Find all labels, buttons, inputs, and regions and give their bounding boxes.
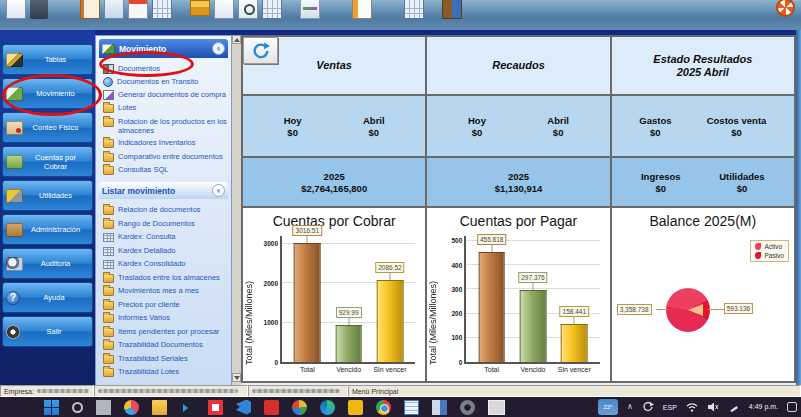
clock[interactable]: 4:49 p.m. (749, 403, 778, 411)
panel-title-text: Ventas (316, 59, 352, 72)
menu-item-kardex-detallado[interactable]: Kardex Detallado (103, 245, 228, 256)
edge-browser-icon[interactable] (320, 400, 335, 415)
sync-arrow-icon[interactable] (642, 401, 654, 413)
menu-item-informes-varios[interactable]: Informes Varios (103, 312, 228, 323)
sidebar-item-label: Auditoria (23, 259, 92, 268)
legend-item-activo: Activo (755, 243, 784, 250)
menu-item-kardex-consolidado[interactable]: Kardex Consolidado (103, 258, 228, 269)
mail-tray-icon[interactable] (190, 0, 210, 16)
kpi-value: $0 (553, 127, 564, 138)
gray-box-app-icon[interactable] (488, 400, 505, 415)
grid-icon[interactable] (404, 0, 424, 19)
menu-section-title: Movimiento (119, 44, 166, 54)
menu-item-consultas-sql[interactable]: Consultas SQL (103, 164, 228, 175)
menu-item-indicadores-inventarios[interactable]: Indicadores Inventarios (103, 137, 228, 148)
menu-item-comparativo-documentos[interactable]: Comparativo entre documentos (103, 151, 228, 162)
menu-item-movimientos-mes[interactable]: Movimientos mes a mes (103, 285, 228, 296)
notification-icon[interactable] (787, 402, 797, 412)
menu-item-lotes[interactable]: Lotes (103, 102, 228, 113)
menu-item-trazabilidad-documentos[interactable]: Trazabilidad Documentos (103, 339, 228, 350)
sidebar-item-tablas[interactable]: Tablas (2, 44, 93, 75)
volume-icon[interactable] (707, 401, 719, 413)
menu-item-rango-documentos[interactable]: Rango de Documentos (103, 218, 228, 229)
task-view-icon[interactable] (96, 400, 111, 415)
data-table-icon[interactable] (262, 0, 282, 19)
kpi-pair: Utilidades$0 (719, 171, 764, 194)
y-tick-label: 200 (451, 310, 462, 317)
store-app-icon[interactable] (208, 400, 223, 415)
menu-scrollbar[interactable] (232, 35, 241, 385)
menu-item-documentos[interactable]: Documentos (103, 63, 228, 74)
spreadsheet-icon[interactable] (152, 0, 172, 19)
menu-item-rotacion-productos[interactable]: Rotacion de los productos en los almacen… (103, 116, 228, 135)
weather-widget[interactable]: 22° (598, 399, 618, 415)
sidebar-item-auditoria[interactable]: Auditoria (2, 248, 93, 279)
vscode-icon[interactable] (236, 400, 251, 415)
bar-vencido (520, 290, 547, 362)
menu-item-label: Trazabilidad Seriales (118, 353, 188, 363)
sidebar-item-salir[interactable]: Salir (2, 316, 93, 347)
menu-item-label: Trazabilidad Lotes (118, 366, 179, 376)
sidebar-item-conteo-fisico[interactable]: Conteo Fisico (2, 112, 93, 143)
notebook-icon[interactable] (352, 0, 372, 19)
panel-title-text: Estado Resultados (653, 53, 752, 66)
menu-item-label: Kardex Detallado (118, 245, 176, 255)
menu-item-items-pendientes[interactable]: Items pendientes por procesar (103, 326, 228, 337)
notepad-app-icon[interactable] (404, 400, 419, 415)
office-app-icon[interactable] (292, 400, 307, 415)
red-app-icon[interactable] (264, 400, 279, 415)
file-explorer-icon[interactable] (152, 400, 167, 415)
help-lifebuoy-icon[interactable] (776, 0, 795, 17)
menu-item-trazabilidad-lotes[interactable]: Trazabilidad Lotes (103, 366, 228, 377)
start-button[interactable] (44, 400, 59, 415)
tray-expand-chevron[interactable]: ∧ (627, 403, 633, 411)
window-app-icon[interactable] (432, 400, 447, 415)
scroll-down-button[interactable] (232, 373, 241, 382)
menu-section-movimiento-header[interactable]: Movimiento « (99, 39, 228, 58)
chart-balance: Balance 2025(M) Activo Pasivo 3,358.738 … (612, 208, 794, 381)
sidebar-item-cuentas-por-cobrar[interactable]: Cuentas por Cobrar (2, 146, 93, 177)
menu-item-trazabilidad-seriales[interactable]: Trazabilidad Seriales (103, 353, 228, 364)
chart-monitor-icon[interactable] (300, 0, 320, 19)
collapse-section-button[interactable]: « (212, 184, 225, 197)
chrome-icon[interactable] (376, 400, 391, 415)
photos-app-icon[interactable] (180, 400, 195, 415)
folder-icon (103, 166, 114, 175)
collapse-section-button[interactable]: « (212, 42, 225, 55)
menu-item-generar-documentos[interactable]: Generar documentos de compra (103, 89, 228, 100)
address-book-icon[interactable] (80, 0, 100, 19)
wifi-icon[interactable] (686, 401, 698, 413)
refresh-button[interactable] (243, 37, 278, 64)
exit-door-icon[interactable] (442, 0, 462, 19)
menu-section-listar-header[interactable]: Listar movimiento « (99, 182, 228, 199)
sidebar-item-movimiento[interactable]: Movimiento (2, 78, 93, 109)
menu-item-documentos-en-transito[interactable]: Documentos en Transito (103, 76, 228, 87)
search-binoculars-icon[interactable] (30, 0, 48, 19)
kpi-pair: Ingresos$0 (641, 171, 681, 194)
document-search-icon[interactable] (238, 0, 258, 19)
document-icon[interactable] (214, 0, 234, 19)
panel-ventas-mid: Hoy$0 Abril$0 (243, 96, 425, 156)
sidebar-item-utilidades[interactable]: Utilidades (2, 180, 93, 211)
calendar-icon[interactable] (128, 0, 148, 19)
yellow-s-app-icon[interactable] (348, 400, 363, 415)
movement-small-icon (102, 44, 115, 54)
pen-icon[interactable] (728, 401, 740, 413)
sidebar-item-ayuda[interactable]: Ayuda (2, 282, 93, 313)
y-tick-label: 0 (459, 359, 463, 366)
new-document-icon[interactable] (6, 0, 26, 19)
menu-item-traslados-almacenes[interactable]: Traslados entre los almacenes (103, 272, 228, 283)
copy-documents-icon[interactable] (104, 0, 124, 19)
pie-chart-app-icon[interactable] (124, 400, 139, 415)
menu-item-kardex-consulta[interactable]: Kardex: Consulta (103, 231, 228, 242)
sidebar-item-administracion[interactable]: Administración (2, 214, 93, 245)
menu-item-precios-cliente[interactable]: Precios por cliente (103, 299, 228, 310)
utilities-icon (6, 189, 23, 203)
y-tick-label: 3000 (264, 240, 278, 247)
search-circle-icon[interactable] (72, 402, 83, 413)
settings-gear-icon[interactable] (460, 400, 475, 415)
scroll-up-button[interactable] (232, 35, 241, 44)
language-indicator[interactable]: ESP (663, 404, 677, 411)
menu-item-relacion-documentos[interactable]: Relacion de documentos (103, 204, 228, 215)
kpi-label: 2025 (508, 171, 529, 182)
